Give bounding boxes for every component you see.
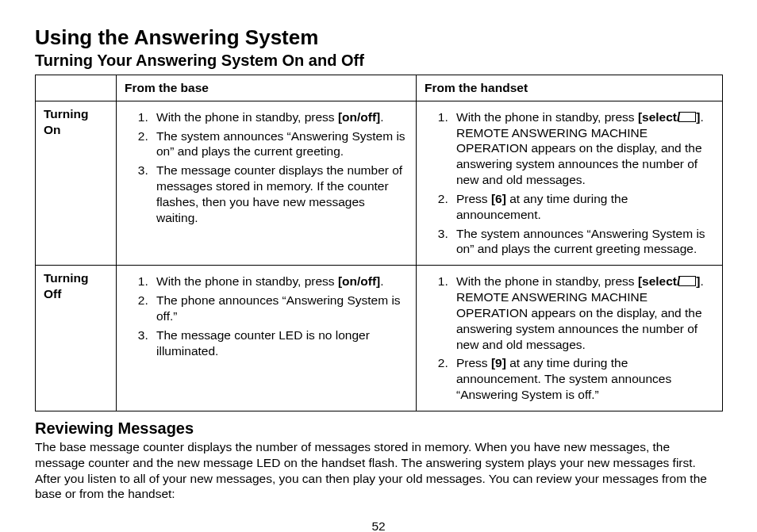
- step-item: With the phone in standby, press [select…: [452, 109, 714, 188]
- step-item: The message counter LED is no longer ill…: [152, 327, 408, 359]
- step-list: With the phone in standby, press [on/off…: [125, 274, 408, 358]
- step-item: Press [6] at any time during the announc…: [452, 191, 714, 223]
- review-paragraph: The base message counter displays the nu…: [35, 439, 722, 502]
- table-header-handset: From the handset: [417, 75, 723, 101]
- table-header-blank: [36, 75, 117, 101]
- step-list: With the phone in standby, press [select…: [425, 274, 714, 403]
- step-item: With the phone in standby, press [on/off…: [152, 109, 408, 125]
- step-item: Press [9] at any time during the announc…: [452, 355, 714, 402]
- section-heading-onoff: Turning Your Answering System On and Off: [35, 52, 722, 70]
- base-cell: With the phone in standby, press [on/off…: [117, 266, 417, 411]
- base-cell: With the phone in standby, press [on/off…: [117, 101, 417, 265]
- handset-cell: With the phone in standby, press [select…: [417, 266, 723, 411]
- step-list: With the phone in standby, press [on/off…: [125, 109, 408, 226]
- step-item: With the phone in standby, press [on/off…: [152, 274, 408, 289]
- table-header-base: From the base: [117, 75, 417, 101]
- row-label: Turning Off: [36, 266, 117, 411]
- step-item: The system announces “Answering System i…: [152, 128, 408, 160]
- step-item: The phone announces “Answering System is…: [152, 293, 408, 324]
- step-item: With the phone in standby, press [select…: [452, 274, 714, 352]
- table-row: Turning OffWith the phone in standby, pr…: [36, 266, 723, 411]
- answer-machine-icon: [678, 276, 696, 286]
- step-item: The system announces “Answering System i…: [452, 226, 714, 258]
- row-label: Turning On: [36, 101, 117, 265]
- answer-machine-icon: [678, 112, 696, 122]
- document-page: Using the Answering System Turning Your …: [0, 0, 757, 532]
- page-number: 52: [35, 519, 722, 532]
- step-list: With the phone in standby, press [select…: [425, 109, 714, 257]
- section-heading-review: Reviewing Messages: [35, 419, 722, 438]
- handset-cell: With the phone in standby, press [select…: [417, 101, 723, 265]
- page-title: Using the Answering System: [35, 25, 722, 50]
- step-item: The message counter displays the number …: [152, 163, 408, 225]
- onoff-table: From the base From the handset Turning O…: [35, 75, 723, 411]
- table-row: Turning OnWith the phone in standby, pre…: [36, 101, 723, 265]
